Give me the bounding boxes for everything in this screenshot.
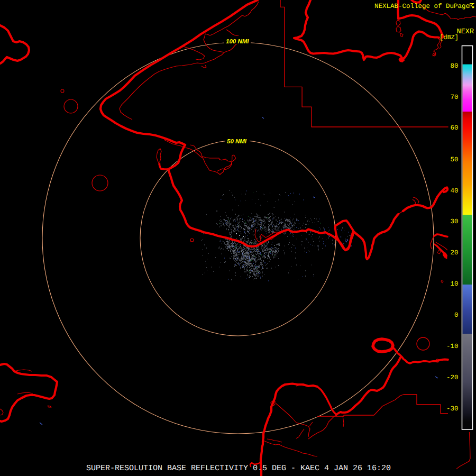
svg-text:40: 40: [450, 187, 458, 195]
svg-text:70: 70: [450, 94, 458, 101]
svg-text:80: 80: [450, 62, 458, 70]
svg-text:-30: -30: [446, 405, 459, 413]
svg-text:-10: -10: [446, 343, 459, 350]
svg-text:100 NMI: 100 NMI: [226, 39, 249, 45]
svg-text:SUPER-RESOLUTION BASE REFLECTI: SUPER-RESOLUTION BASE REFLECTIVITY 0.5 D…: [86, 464, 391, 473]
svg-text:0: 0: [454, 312, 459, 319]
svg-text:30: 30: [450, 218, 458, 225]
svg-text:-20: -20: [446, 374, 459, 381]
svg-text:20: 20: [450, 249, 458, 257]
svg-text:[dBZ]: [dBZ]: [440, 34, 459, 41]
svg-text:NEXLAB-College of DuPage: NEXLAB-College of DuPage: [374, 3, 470, 10]
svg-text:60: 60: [450, 124, 458, 132]
svg-text:50: 50: [450, 156, 458, 163]
svg-text:10: 10: [450, 280, 458, 288]
svg-text:NEXR: NEXR: [457, 28, 474, 36]
svg-text:50 NMI: 50 NMI: [227, 139, 247, 145]
